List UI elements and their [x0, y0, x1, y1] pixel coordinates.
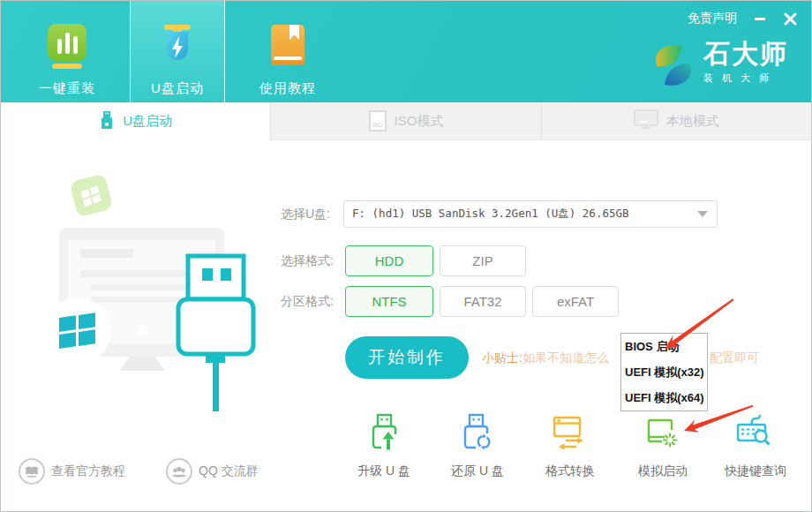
qq-group-link[interactable]: QQ 交流群 [166, 458, 259, 485]
main-content: 选择U盘: F: (hd1) USB SanDisk 3.2Gen1 (U盘) … [1, 140, 811, 511]
tool-label: 模拟启动 [638, 463, 688, 479]
format-label: 选择格式: [281, 245, 334, 276]
start-create-button[interactable]: 开始制作 [345, 336, 469, 379]
mode-tab-usb-boot[interactable]: U盘启动 [1, 102, 270, 140]
book-icon [266, 22, 310, 75]
mode-tab-local[interactable]: 本地模式 [541, 102, 811, 140]
open-book-icon [19, 458, 45, 485]
hotkey-search-icon [735, 412, 776, 456]
boot-menu-item-bios[interactable]: BIOS 启动 [621, 334, 707, 359]
usb-select-dropdown[interactable]: F: (hd1) USB SanDisk 3.2Gen1 (U盘) 26.65G… [343, 200, 718, 228]
brand-tagline: 装机大师 [703, 72, 788, 85]
monitor-icon [634, 109, 658, 133]
mode-tab-bar: U盘启动 ISO ISO模式 本地模式 [1, 102, 811, 140]
tool-label: 还原 U 盘 [451, 463, 504, 479]
tip-text-right: 配置即可 [710, 350, 759, 366]
usb-shield-icon [155, 22, 199, 75]
header-tab-label: U盘启动 [151, 80, 204, 97]
partition-option-fat32[interactable]: FAT32 [440, 286, 526, 317]
dropdown-caret-icon [697, 211, 708, 217]
format-convert-icon [550, 412, 590, 456]
header-tab-tutorial[interactable]: 使用教程 [241, 1, 335, 102]
brand-logo: 石大师 装机大师 [650, 40, 788, 94]
header-tab-reinstall[interactable]: 一键重装 [20, 1, 114, 102]
header-tab-label: 使用教程 [259, 80, 316, 97]
usb-upgrade-icon [364, 412, 404, 456]
tool-label: 格式转换 [545, 463, 595, 479]
boot-menu-item-uefi64[interactable]: UEFI 模拟(x64) [621, 385, 707, 410]
mode-tab-iso[interactable]: ISO ISO模式 [270, 102, 540, 140]
usb-select-value: F: (hd1) USB SanDisk 3.2Gen1 (U盘) 26.65G… [352, 207, 697, 222]
mode-tab-label: ISO模式 [395, 113, 444, 130]
tool-label: 升级 U 盘 [357, 463, 410, 479]
boot-menu-item-uefi32[interactable]: UEFI 模拟(x32) [621, 359, 707, 385]
header-tab-label: 一键重装 [39, 80, 95, 97]
minimize-icon[interactable] [753, 11, 767, 26]
close-icon[interactable] [783, 11, 797, 26]
boot-mode-menu: BIOS 启动 UEFI 模拟(x32) UEFI 模拟(x64) [620, 333, 708, 411]
tip-text-left: 小贴士:如果不知道怎么 [482, 350, 609, 366]
app-window: 一键重装 U盘启动 [0, 0, 812, 512]
usb-drive-icon [99, 111, 115, 132]
usb-monitor-illustration [36, 164, 257, 420]
mode-tab-label: 本地模式 [666, 113, 719, 130]
tool-format-convert[interactable]: 格式转换 [530, 412, 610, 479]
official-tutorial-link[interactable]: 查看官方教程 [19, 458, 125, 485]
tool-restore-usb[interactable]: 还原 U 盘 [438, 412, 517, 479]
disclaimer-link[interactable]: 免责声明 [688, 11, 737, 26]
tip-label: 小贴士: [482, 350, 523, 365]
format-option-hdd[interactable]: HDD [345, 245, 433, 276]
header-tab-usb-boot[interactable]: U盘启动 [130, 1, 225, 102]
partition-option-exfat[interactable]: exFAT [532, 286, 619, 317]
brand-logo-mark-icon [650, 40, 696, 94]
footer-link-label: QQ 交流群 [199, 463, 259, 479]
partition-option-ntfs[interactable]: NTFS [345, 286, 433, 317]
usb-select-label: 选择U盘: [281, 199, 330, 230]
usb-restore-icon [457, 412, 498, 456]
tool-label: 快捷键查询 [725, 463, 786, 479]
header-bar: 一键重装 U盘启动 [1, 1, 811, 102]
brand-name: 石大师 [703, 40, 788, 68]
tool-upgrade-usb[interactable]: 升级 U 盘 [344, 412, 424, 479]
tool-hotkey-lookup[interactable]: 快捷键查询 [716, 412, 795, 479]
user-group-icon [166, 458, 192, 485]
format-option-zip[interactable]: ZIP [440, 245, 526, 276]
tool-simulate-boot[interactable]: 模拟启动 [623, 412, 703, 479]
bar-chart-icon [45, 22, 89, 75]
mode-tab-label: U盘启动 [123, 113, 172, 130]
iso-file-icon: ISO [369, 110, 387, 132]
footer-link-label: 查看官方教程 [51, 463, 125, 479]
partition-label: 分区格式: [281, 286, 334, 317]
simulate-boot-icon [643, 412, 683, 456]
